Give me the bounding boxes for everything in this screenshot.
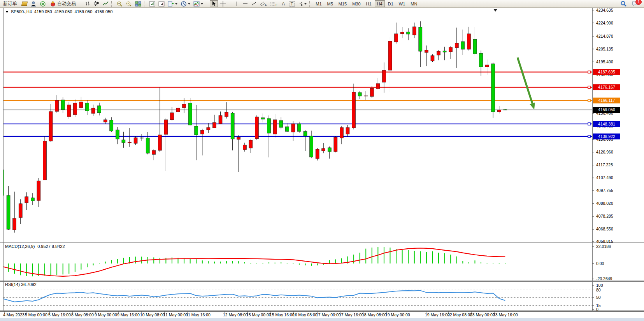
candle-body: [43, 141, 46, 180]
tile-windows-button[interactable]: [134, 0, 142, 7]
price-tick-label: 4224.900: [596, 21, 613, 25]
vertical-line-tool-button[interactable]: [233, 0, 240, 7]
timeframe-h4[interactable]: H4: [375, 0, 385, 7]
auto-scroll-button[interactable]: [157, 0, 166, 7]
macd-axis-label: 22.0186: [596, 244, 611, 249]
ohlc-high: 4159.050: [54, 9, 72, 14]
price-tick-label: 4195.400: [596, 59, 613, 64]
level-price-badge: 4176.167: [598, 85, 615, 89]
candle-body: [273, 120, 277, 134]
metatrader-window: 新订单 自动交易: [0, 0, 644, 321]
candle-body: [328, 148, 331, 152]
fibonacci-letter: F: [275, 3, 277, 7]
candle-body: [146, 138, 149, 153]
candle-body: [322, 148, 325, 151]
candle-body: [449, 47, 453, 52]
candle-body: [297, 124, 301, 131]
crosshair-tool-button[interactable]: [219, 0, 227, 7]
timeframe-h1[interactable]: H1: [364, 0, 374, 7]
shapes-icon: [298, 1, 303, 7]
timeframe-mn[interactable]: MN: [408, 0, 419, 7]
indicators-icon: [193, 1, 200, 7]
candlestick-chart-button[interactable]: [93, 0, 101, 7]
new-chart-button[interactable]: [167, 0, 179, 7]
autotrading-button[interactable]: 自动交易: [48, 0, 78, 7]
cursor-tool-button[interactable]: [210, 0, 218, 7]
price-tick-label: 4214.870: [596, 34, 613, 38]
timeframe-m1[interactable]: M1: [313, 0, 324, 7]
price-tick-label: 4068.550: [596, 227, 613, 231]
candle-body: [152, 150, 156, 154]
macd-name: MACD(12,26,9): [5, 244, 35, 249]
search-button[interactable]: [619, 0, 628, 7]
candle-body: [212, 122, 216, 128]
zoom-out-icon: [126, 1, 132, 7]
text-tool-icon: A: [282, 1, 285, 7]
tile-windows-icon: [135, 1, 141, 7]
chart-canvas[interactable]: 4234.6354224.9004214.8704205.1354195.400…: [0, 0, 644, 321]
price-tick-label: 4097.755: [596, 188, 613, 193]
price-tick-label: 4234.635: [596, 8, 613, 12]
candle-body: [267, 119, 271, 133]
toolbar-separator: [206, 1, 208, 7]
horizontal-line-tool-button[interactable]: [241, 0, 249, 7]
timeframe-m15[interactable]: M15: [336, 0, 349, 7]
zoom-in-button[interactable]: [115, 0, 124, 7]
time-label: 10 May 08:00: [140, 312, 165, 317]
equidistant-channel-tool-button[interactable]: E: [258, 0, 268, 7]
time-label: 16 May 08:00: [293, 312, 318, 317]
candle-body: [164, 120, 168, 134]
candle-body: [49, 112, 53, 141]
level-price-badge: 4148.381: [598, 122, 615, 126]
shapes-tool-button[interactable]: [297, 0, 308, 7]
bar-chart-button[interactable]: [84, 0, 92, 7]
time-label: 17 May 00:00: [316, 312, 341, 317]
timeframe-m30[interactable]: M30: [350, 0, 363, 7]
depth-of-market-button[interactable]: [29, 0, 38, 7]
price-tick-label: 4107.490: [596, 175, 613, 180]
line-handle[interactable]: [588, 86, 590, 89]
line-handle[interactable]: [588, 135, 590, 138]
zoom-out-button[interactable]: [125, 0, 133, 7]
trendline-tool-button[interactable]: [250, 0, 258, 7]
price-tick-label: 4126.960: [596, 150, 613, 154]
signals-button[interactable]: [39, 0, 47, 7]
candle-body: [407, 32, 410, 34]
time-label: 19 May 16:00: [425, 312, 450, 317]
signals-icon: [40, 1, 46, 7]
time-label: 15 May 16:00: [270, 312, 295, 317]
line-handle[interactable]: [588, 99, 590, 102]
candle-body: [61, 100, 65, 110]
text-tool-button[interactable]: A: [279, 0, 287, 7]
trendline-icon: [251, 2, 256, 5]
timeframe-m5[interactable]: M5: [325, 0, 335, 7]
line-handle[interactable]: [588, 123, 590, 125]
candle-body: [13, 218, 16, 230]
candle-body: [37, 181, 40, 201]
period-button[interactable]: [179, 0, 191, 7]
zoom-in-icon: [116, 1, 123, 7]
candle-body: [443, 51, 446, 52]
toolbar-separator: [80, 1, 82, 7]
candle-body: [225, 112, 228, 117]
timeframe-d1[interactable]: D1: [386, 0, 396, 7]
toolbar: 新订单 自动交易: [0, 0, 644, 8]
time-label: 19 May 00:00: [385, 312, 410, 317]
symbol-period-label: SP500-,H4: [11, 9, 32, 14]
collapse-triangle-icon[interactable]: [5, 11, 9, 13]
indicators-button[interactable]: [192, 0, 204, 7]
chart-shift-button[interactable]: [148, 0, 156, 7]
candle-body: [419, 27, 422, 51]
fibonacci-tool-button[interactable]: F: [269, 0, 279, 7]
line-chart-icon: [103, 1, 109, 7]
line-chart-button[interactable]: [102, 0, 110, 7]
cursor-icon: [211, 1, 217, 7]
new-order-button[interactable]: 新订单: [0, 0, 20, 7]
notifications-button[interactable]: 1: [631, 0, 640, 7]
text-label-tool-button[interactable]: T: [288, 0, 296, 7]
line-handle[interactable]: [588, 71, 590, 73]
candle-body: [231, 113, 234, 139]
candle-body: [340, 127, 343, 138]
profiles-button[interactable]: [21, 0, 28, 7]
timeframe-w1[interactable]: W1: [397, 0, 408, 7]
